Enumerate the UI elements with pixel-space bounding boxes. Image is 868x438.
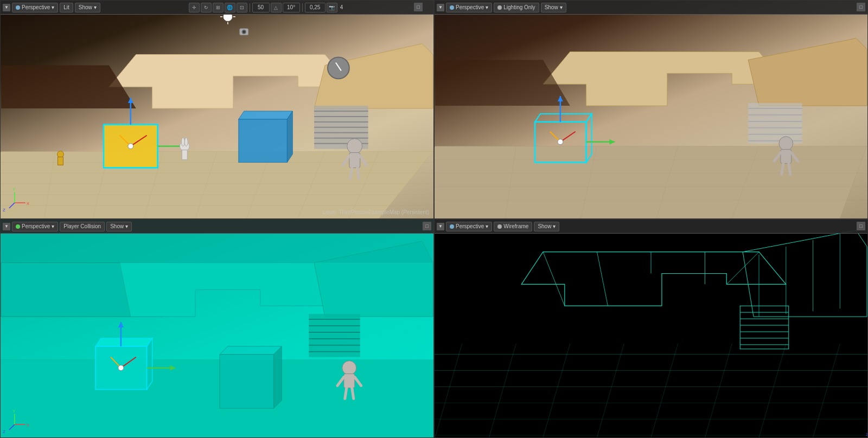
world-space-btn[interactable]: 🌐 [225,3,235,12]
vp4-toolbar: ▼ Perspective ▾ Wireframe Show ▾ [435,220,867,234]
vp1-render-label: Lit [63,4,69,10]
angle-field[interactable] [283,3,300,12]
vp3-show-btn[interactable]: Show ▾ [106,222,132,231]
vp2-show-btn[interactable]: Show ▾ [541,3,566,12]
vp2-render-btn[interactable]: Lighting Only [494,3,539,12]
vp3-mode-btn[interactable]: Perspective ▾ [12,222,58,231]
vp3-mode-icon [16,224,20,229]
vp3-render-label: Player Collision [63,223,101,229]
vp4-canvas [435,220,867,437]
vp3-maximize-btn[interactable]: □ [423,222,431,230]
toolbar-divider-2 [302,3,303,12]
vp4-show-label: Show [538,223,551,229]
vp1-maximize-btn[interactable]: □ [414,3,423,11]
vp1-level-text: Level: ThirdPersonExampleMap (Persistent… [323,209,429,215]
vp4-mode-btn[interactable]: Perspective ▾ [446,222,492,231]
vp4-render-label: Wireframe [503,223,528,229]
scale-icon-btn[interactable]: ⊞ [213,3,224,12]
toolbar-divider-1 [250,3,250,12]
speed-field[interactable] [252,3,270,12]
vp1-mode-arrow: ▾ [52,4,54,10]
vp2-mode-btn[interactable]: Perspective ▾ [446,3,492,12]
vp3-toolbar: ▼ Perspective ▾ Player Collision Show ▾ [1,220,433,234]
vp4-collapse-btn[interactable]: ▼ [437,223,444,230]
viewport-top-right[interactable]: ▼ Perspective ▾ Lighting Only Show ▾ [434,0,868,219]
vp4-render-icon [497,224,502,229]
viewport-bottom-right[interactable]: ▼ Perspective ▾ Wireframe Show ▾ [434,219,868,438]
vp4-mode-label: Perspective [456,223,484,229]
vp3-collapse-btn[interactable]: ▼ [3,223,10,230]
vp2-canvas [435,1,867,218]
vp2-maximize-btn[interactable]: □ [857,3,865,11]
grid-field[interactable] [305,3,326,12]
vp4-show-btn[interactable]: Show ▾ [534,222,559,231]
camera-icon-btn[interactable]: 📷 [327,3,337,12]
vp1-canvas [1,1,433,218]
viewport-top-left[interactable]: ▼ Perspective ▾ Lit Show ▾ ✛ ↻ ⊞ 🌐 ⊡ [0,0,434,219]
vp1-toolbar: ▼ Perspective ▾ Lit Show ▾ ✛ ↻ ⊞ 🌐 ⊡ [1,1,433,15]
viewport-bottom-left[interactable]: ▼ Perspective ▾ Player Collision Show ▾ [0,219,434,438]
vp3-canvas [1,220,433,437]
vp1-collapse-btn[interactable]: ▼ [3,4,10,11]
vp1-mode-label: Perspective [22,4,50,10]
vp2-render-icon [497,5,502,10]
vp3-show-label: Show [110,223,124,229]
vp4-mode-icon [450,224,454,229]
snap-angle-icon[interactable]: △ [271,3,282,12]
snap-icon-btn[interactable]: ⊡ [237,3,247,12]
vp4-maximize-btn[interactable]: □ [857,222,865,230]
vp4-render-btn[interactable]: Wireframe [494,222,532,231]
vp1-mode-btn[interactable]: Perspective ▾ [12,3,58,12]
rotate-icon-btn[interactable]: ↻ [201,3,212,12]
vp2-mode-arrow: ▾ [486,4,488,10]
vp1-render-btn[interactable]: Lit [60,3,73,12]
vp2-mode-icon [450,5,454,10]
translate-icon-btn[interactable]: ✛ [189,3,200,12]
vp1-show-btn[interactable]: Show ▾ [75,3,100,12]
vp1-show-arrow: ▾ [94,4,97,10]
vp2-toolbar: ▼ Perspective ▾ Lighting Only Show ▾ [435,1,867,15]
vp2-show-label: Show [545,4,558,10]
vp3-render-btn[interactable]: Player Collision [60,222,105,231]
vp2-collapse-btn[interactable]: ▼ [437,4,444,11]
vp1-show-label: Show [79,4,92,10]
viewport-grid: ▼ Perspective ▾ Lit Show ▾ ✛ ↻ ⊞ 🌐 ⊡ [0,0,868,438]
lod-value: 4 [339,4,345,10]
vp2-render-label: Lighting Only [503,4,535,10]
vp3-mode-label: Perspective [22,223,50,229]
vp1-mode-icon [16,5,20,10]
vp2-mode-label: Perspective [456,4,484,10]
